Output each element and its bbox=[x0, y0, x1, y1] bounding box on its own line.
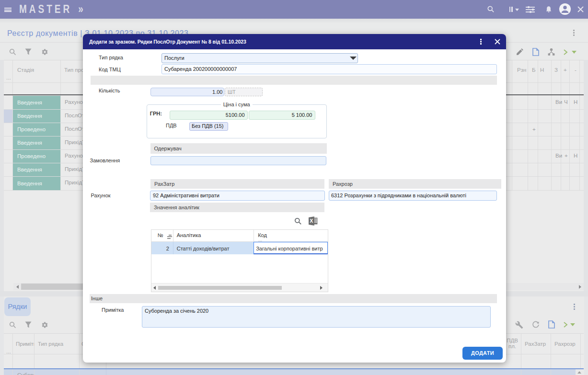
svg-text:X: X bbox=[310, 218, 313, 224]
